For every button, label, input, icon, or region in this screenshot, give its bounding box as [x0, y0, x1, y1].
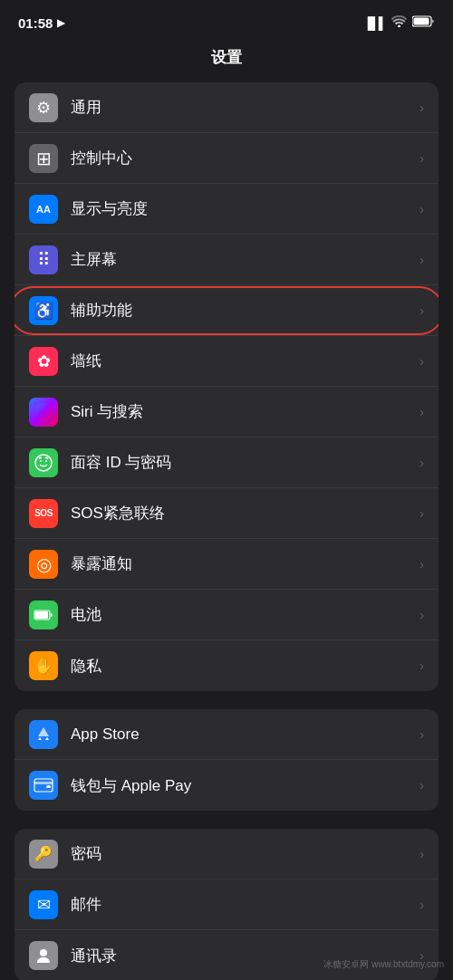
- display-icon: AA: [29, 195, 58, 224]
- settings-item-accessibility[interactable]: ♿辅助功能›: [14, 285, 439, 336]
- mail-chevron: ›: [419, 898, 424, 912]
- control-center-icon: ⊞: [29, 144, 58, 173]
- status-icons: ▐▌▌: [363, 14, 435, 31]
- passwords-icon: 🔑: [29, 840, 58, 869]
- settings-item-contacts[interactable]: 通讯录›: [14, 930, 439, 980]
- svg-point-4: [45, 460, 47, 462]
- passwords-label: 密码: [71, 843, 412, 864]
- siri-label: Siri 与搜索: [71, 401, 412, 422]
- settings-item-battery[interactable]: 电池›: [14, 590, 439, 640]
- appstore-icon: [29, 720, 58, 749]
- privacy-chevron: ›: [419, 658, 424, 673]
- privacy-label: 隐私: [71, 656, 412, 677]
- display-label: 显示与亮度: [71, 198, 412, 219]
- settings-item-exposure[interactable]: ◎暴露通知›: [14, 539, 439, 590]
- battery-label: 电池: [71, 604, 412, 625]
- svg-point-10: [40, 949, 47, 956]
- control-center-label: 控制中心: [71, 148, 412, 168]
- page-title: 设置: [0, 40, 453, 82]
- battery-icon: [29, 600, 58, 629]
- svg-rect-6: [35, 611, 48, 619]
- settings-group-group3: 🔑密码›✉邮件›通讯录›: [14, 829, 439, 980]
- accessibility-chevron: ›: [419, 303, 424, 318]
- general-label: 通用: [71, 97, 412, 118]
- sos-icon: SOS: [29, 499, 58, 528]
- wallet-chevron: ›: [419, 778, 424, 793]
- mail-icon: ✉: [29, 890, 58, 919]
- mail-label: 邮件: [71, 894, 412, 915]
- settings-item-mail[interactable]: ✉邮件›: [14, 879, 439, 930]
- status-time: 01:58 ▶: [18, 15, 64, 31]
- sos-label: SOS紧急联络: [71, 503, 412, 524]
- faceid-label: 面容 ID 与密码: [71, 452, 412, 473]
- wifi-icon: [391, 14, 407, 31]
- display-chevron: ›: [419, 202, 424, 216]
- sos-chevron: ›: [419, 506, 424, 521]
- accessibility-label: 辅助功能: [71, 300, 412, 321]
- exposure-icon: ◎: [29, 550, 58, 579]
- settings-item-passwords[interactable]: 🔑密码›: [14, 829, 439, 879]
- svg-rect-7: [34, 779, 53, 792]
- siri-chevron: ›: [419, 405, 424, 419]
- wallet-icon: [29, 771, 58, 800]
- general-icon: ⚙: [29, 93, 58, 122]
- wallpaper-label: 墙纸: [71, 351, 412, 371]
- settings-item-privacy[interactable]: ✋隐私›: [14, 640, 439, 691]
- location-icon: ▶: [57, 17, 64, 29]
- accessibility-icon: ♿: [29, 296, 58, 325]
- wallpaper-chevron: ›: [419, 354, 424, 369]
- contacts-icon: [29, 941, 58, 970]
- svg-rect-1: [414, 18, 429, 25]
- signal-icon: ▐▌▌: [363, 16, 386, 30]
- settings-item-siri[interactable]: Siri 与搜索›: [14, 387, 439, 437]
- svg-point-3: [40, 460, 42, 462]
- wallet-label: 钱包与 Apple Pay: [71, 775, 412, 796]
- watermark: 冰糖安卓网 www.btxtdmy.com: [323, 958, 444, 971]
- exposure-chevron: ›: [419, 557, 424, 572]
- faceid-chevron: ›: [419, 456, 424, 470]
- settings-item-display[interactable]: AA显示与亮度›: [14, 184, 439, 235]
- battery-chevron: ›: [419, 608, 424, 622]
- control-center-chevron: ›: [419, 151, 424, 166]
- svg-point-2: [35, 455, 52, 471]
- time-display: 01:58: [18, 15, 53, 31]
- settings-item-general[interactable]: ⚙通用›: [14, 82, 439, 133]
- passwords-chevron: ›: [419, 847, 424, 861]
- status-bar: 01:58 ▶ ▐▌▌: [0, 0, 453, 40]
- settings-container: ⚙通用›⊞控制中心›AA显示与亮度›⠿主屏幕›♿辅助功能›✿墙纸›Siri 与搜…: [0, 82, 453, 980]
- battery-icon: [412, 14, 435, 31]
- settings-item-sos[interactable]: SOSSOS紧急联络›: [14, 488, 439, 539]
- general-chevron: ›: [419, 101, 424, 115]
- settings-item-home-screen[interactable]: ⠿主屏幕›: [14, 235, 439, 285]
- exposure-label: 暴露通知: [71, 553, 412, 574]
- home-screen-icon: ⠿: [29, 245, 58, 274]
- settings-item-wallet[interactable]: 钱包与 Apple Pay›: [14, 760, 439, 811]
- svg-rect-8: [34, 782, 53, 784]
- siri-icon: [29, 398, 58, 427]
- settings-item-wallpaper[interactable]: ✿墙纸›: [14, 336, 439, 387]
- home-screen-label: 主屏幕: [71, 249, 412, 270]
- appstore-label: App Store: [71, 725, 412, 744]
- appstore-chevron: ›: [419, 727, 424, 742]
- settings-item-control-center[interactable]: ⊞控制中心›: [14, 133, 439, 184]
- wallpaper-icon: ✿: [29, 347, 58, 376]
- settings-item-faceid[interactable]: 面容 ID 与密码›: [14, 437, 439, 488]
- faceid-icon: [29, 448, 58, 477]
- home-screen-chevron: ›: [419, 253, 424, 267]
- privacy-icon: ✋: [29, 651, 58, 680]
- svg-rect-9: [46, 785, 51, 788]
- settings-group-group2: App Store›钱包与 Apple Pay›: [14, 709, 439, 811]
- settings-item-appstore[interactable]: App Store›: [14, 709, 439, 760]
- settings-group-group1: ⚙通用›⊞控制中心›AA显示与亮度›⠿主屏幕›♿辅助功能›✿墙纸›Siri 与搜…: [14, 82, 439, 691]
